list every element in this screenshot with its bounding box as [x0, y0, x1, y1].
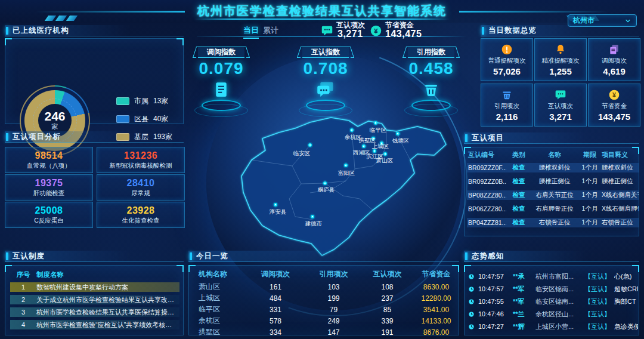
overview-card-mutual: 互认项次 3,271 — [534, 84, 587, 127]
awareness-row: 10:47:57 **军 临安区锦南... 【互认】 超敏CRP — [468, 284, 638, 294]
legend-swatch — [116, 115, 129, 123]
table-row: 萧山区1611031088630.00 — [189, 282, 460, 292]
page-title: 杭州市医学检查检验结果互认共享智能系统 — [197, 3, 447, 19]
policies-panel: 序号 制度名称 1 数智杭州建设集中攻坚行动方案 2 关于成立杭州市医学检查检验… — [5, 265, 184, 335]
project-row[interactable]: BP08ZZZ80...检查右肩关节正位1个月X线右侧肩关节... — [467, 190, 639, 200]
overview-card-retrieval: 调阅项次 4,619 — [588, 38, 640, 81]
legend-label: 区县 — [134, 114, 148, 124]
policy-no: 2 — [10, 296, 36, 303]
project-row[interactable]: BP04ZZZ81...检查右锁骨正位1个月右锁骨正位 — [467, 218, 639, 227]
section-title: 互认项目分析 — [13, 132, 61, 142]
project-row[interactable]: BP06ZZZ80...检查右肩胛骨正位1个月X线右侧肩胛骨... — [467, 204, 639, 214]
policy-name: 关于成立杭州市医学检查检验结果互认共享改革工作... — [36, 295, 179, 304]
region-dropdown-value: 杭州市 — [573, 16, 595, 26]
district-label: 建德市 — [305, 220, 323, 227]
analysis-stat-biochem: 23928 生化筛查检查 — [97, 202, 185, 228]
city-boundary — [242, 118, 446, 255]
policy-name: 数智杭州建设集中攻坚行动方案 — [36, 283, 179, 292]
index-value: 0.458 — [408, 59, 453, 78]
district-label: 富阳区 — [338, 170, 355, 176]
document-icon — [212, 81, 230, 98]
policy-row[interactable]: 3 杭州市医学检查检验结果互认共享医保结算操作细则... — [10, 307, 179, 317]
section-title: 已上线医疗机构 — [13, 26, 69, 36]
district-label: 桐庐县 — [318, 186, 335, 193]
stat-label: 新型冠状病毒核酸检测 — [110, 162, 172, 170]
stat-value: 25008 — [35, 205, 63, 216]
chat-bubble-icon — [555, 89, 566, 101]
card-value: 4,619 — [603, 66, 626, 76]
header-decor-hatch-left — [47, 16, 76, 21]
index-value: 0.708 — [303, 59, 348, 78]
legend-swatch — [116, 97, 129, 105]
alert-circle-icon — [501, 44, 513, 56]
overview-card-citation: 引用项次 2,116 — [481, 84, 533, 127]
projects-table-header: 互认编号 类别 名称 期限 项目释义 — [467, 150, 639, 159]
online-orgs-panel: 246 家 市属 13家 区县 40家 基层 193家 — [5, 38, 184, 124]
header-decor-line-left — [36, 11, 185, 13]
policy-name: 杭州市医学检查检验结果互认共享医保结算操作细则... — [36, 308, 179, 317]
tab-total[interactable]: 累计 — [263, 25, 278, 36]
table-row: 上城区48419923712280.00 — [189, 293, 460, 303]
stat-value: 143,475 — [385, 29, 422, 39]
index-value: 0.079 — [199, 59, 243, 78]
hangzhou-district-map: 余杭区 临平区 钱塘区 拱墅区 上城区 西湖区 滨江区 萧山区 临安区 富阳区 … — [236, 109, 453, 264]
clock-icon — [468, 311, 475, 318]
legend-item: 市属 13家 — [116, 96, 172, 106]
column-header: 互认项次 — [362, 269, 413, 279]
stat-value: 19375 — [35, 178, 63, 189]
stat-value: 131236 — [124, 150, 157, 161]
stat-label: 尿常规 — [131, 189, 150, 198]
policies-table-header: 序号 制度名称 — [10, 270, 64, 279]
clock-icon — [468, 286, 475, 292]
policy-name: 杭州市医学检查检验“应检互认”共享绩效考核与专项工... — [36, 320, 179, 329]
section-title: 互认制度 — [13, 251, 45, 261]
legend-item: 区县 40家 — [116, 114, 172, 124]
project-row[interactable]: BR09ZZZ0F...检查腰椎双斜位1个月腰椎双斜位 — [467, 163, 639, 172]
card-value: 57,026 — [493, 66, 521, 76]
stat-label: 生化筛查检查 — [122, 217, 160, 225]
index-badge: 引用指数 — [408, 47, 454, 58]
section-title: 今日一览 — [196, 251, 228, 261]
card-value: 2,116 — [496, 112, 518, 122]
column-header: 期限 — [578, 150, 602, 159]
card-label: 精准提醒项次 — [542, 57, 580, 65]
awareness-row: 10:47:57 **承 杭州市富阳... 【互认】 心(急) — [468, 272, 638, 281]
svg-text:¥: ¥ — [374, 27, 378, 35]
column-header: 节省资金 — [413, 269, 460, 279]
column-header: 调阅项次 — [246, 269, 305, 279]
overview-card-savings: ¥ 节省资金 143,475 — [588, 84, 640, 127]
coin-icon: ¥ — [370, 24, 382, 37]
district-label: 淳安县 — [269, 208, 287, 215]
analysis-stat-liver: 19375 肝功能检查 — [5, 174, 93, 201]
index-block-diaoyue: 调阅指数 0.079 — [182, 47, 260, 117]
policy-row[interactable]: 4 杭州市医学检查检验“应检互认”共享绩效考核与专项工... — [10, 320, 179, 329]
documents-icon — [608, 44, 620, 56]
policy-row[interactable]: 2 关于成立杭州市医学检查检验结果互认共享改革工作... — [10, 295, 179, 304]
section-title: 当日数据总览 — [488, 26, 537, 36]
card-label: 普通提醒项次 — [488, 57, 526, 65]
analysis-stat-crp: 25008 C反应蛋白 — [5, 202, 93, 228]
analysis-stat-covid: 131236 新型冠状病毒核酸检测 — [97, 147, 185, 173]
awareness-row: 10:47:55 **军 临安区锦南... 【互认】 胸部CT — [468, 297, 638, 306]
org-total-unit: 家 — [52, 122, 58, 131]
index-block-huren: 互认指数 0.708 — [287, 47, 364, 117]
stat-label: 血常规（八项） — [27, 162, 71, 170]
policy-row[interactable]: 1 数智杭州建设集中攻坚行动方案 — [10, 282, 179, 292]
column-header: 引用项次 — [305, 269, 362, 279]
card-label: 引用项次 — [494, 102, 519, 110]
card-value: 143,475 — [598, 112, 630, 122]
district-label: 上城区 — [372, 143, 389, 149]
project-row[interactable]: BR09ZZZ0B...检查腰椎正侧位1个月腰椎正侧位 — [467, 177, 639, 186]
policy-no: 1 — [10, 283, 36, 291]
table-row: 临平区33179853541.00 — [189, 304, 460, 315]
awareness-row: 10:47:27 **辉 上城区小营... 【互认】 急诊类便常规+... — [468, 322, 638, 331]
column-header: 项目释义 — [602, 150, 639, 159]
analysis-stat-urine: 28410 尿常规 — [97, 174, 185, 201]
section-title: 态势感知 — [472, 251, 504, 261]
clock-icon — [468, 273, 475, 280]
legend-count: 13家 — [153, 96, 168, 106]
projects-table-panel: 互认编号 类别 名称 期限 项目释义 BR09ZZZ0F...检查腰椎双斜位1个… — [464, 147, 639, 236]
awareness-panel: 10:47:57 **承 杭州市富阳... 【互认】 心(急) 10:47:57… — [464, 265, 639, 335]
column-header: 类别 — [506, 150, 531, 159]
clock-icon — [468, 298, 475, 305]
